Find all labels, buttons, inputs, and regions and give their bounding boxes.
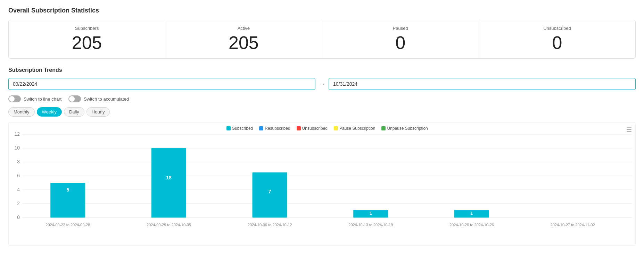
legend-pause: Pause Subscription: [334, 126, 375, 131]
line-chart-label: Switch to line chart: [24, 96, 61, 102]
date-to-input[interactable]: [329, 78, 636, 90]
svg-text:12: 12: [14, 131, 20, 137]
period-weekly[interactable]: Weekly: [37, 107, 62, 117]
period-monthly[interactable]: Monthly: [8, 107, 35, 117]
svg-text:7: 7: [269, 189, 271, 194]
chart-section: ☰ Subscribed Resubscribed Unsubscribed P…: [8, 122, 636, 246]
active-label: Active: [172, 26, 315, 31]
unsubscribed-value: 0: [486, 33, 628, 53]
svg-text:2024-10-13 to 2024-10-19: 2024-10-13 to 2024-10-19: [348, 223, 393, 227]
period-buttons: Monthly Weekly Daily Hourly: [8, 107, 636, 117]
subscribers-label: Subscribers: [16, 26, 158, 31]
arrow-icon: →: [319, 80, 325, 88]
unsubscribed-label: Unsubscribed: [486, 26, 628, 31]
legend-label-pause: Pause Subscription: [339, 126, 375, 131]
svg-text:2024-10-20 to 2024-10-26: 2024-10-20 to 2024-10-26: [449, 223, 494, 227]
legend-dot-pause: [334, 126, 338, 130]
accumulated-toggle-group: Switch to accumulated: [68, 95, 129, 102]
svg-text:18: 18: [166, 175, 172, 180]
period-hourly[interactable]: Hourly: [86, 107, 110, 117]
active-value: 205: [172, 33, 315, 53]
chart-svg: 0 2 4 6 8 10 12 5 2024-09-22 to 2024-09-…: [23, 134, 632, 231]
legend-label-resubscribed: Resubscribed: [265, 126, 290, 131]
paused-label: Paused: [329, 26, 472, 31]
legend-dot-resubscribed: [259, 126, 263, 130]
legend-dot-subscribed: [226, 126, 231, 130]
legend-resubscribed: Resubscribed: [259, 126, 290, 131]
page-title: Overall Subscription Statistics: [8, 7, 636, 14]
stat-unsubscribed: Unsubscribed 0: [479, 20, 635, 58]
stats-card: Subscribers 205 Active 205 Paused 0 Unsu…: [8, 20, 636, 59]
legend-dot-unpause: [381, 126, 386, 130]
period-daily[interactable]: Daily: [64, 107, 84, 117]
date-range-row: →: [8, 78, 636, 90]
svg-text:1: 1: [370, 211, 372, 216]
svg-text:2024-09-29 to 2024-10-05: 2024-09-29 to 2024-10-05: [147, 223, 191, 227]
svg-text:0: 0: [17, 214, 20, 220]
legend-dot-unsubscribed: [297, 126, 301, 130]
stat-subscribers: Subscribers 205: [9, 20, 165, 58]
accumulated-label: Switch to accumulated: [84, 96, 129, 102]
accumulated-toggle[interactable]: [68, 95, 81, 102]
legend-unpause: Unpause Subscription: [381, 126, 428, 131]
legend-label-subscribed: Subscribed: [232, 126, 253, 131]
hamburger-icon[interactable]: ☰: [626, 126, 632, 134]
svg-text:2024-09-22 to 2024-09-28: 2024-09-22 to 2024-09-28: [46, 223, 90, 227]
trends-title: Subscription Trends: [8, 67, 636, 73]
svg-text:2024-10-06 to 2024-10-12: 2024-10-06 to 2024-10-12: [248, 223, 292, 227]
legend-label-unsubscribed: Unsubscribed: [302, 126, 328, 131]
stat-paused: Paused 0: [322, 20, 479, 58]
line-chart-toggle[interactable]: [8, 95, 21, 102]
line-chart-toggle-group: Switch to line chart: [8, 95, 61, 102]
svg-text:1: 1: [471, 211, 473, 216]
svg-text:8: 8: [17, 159, 20, 164]
toggles-row: Switch to line chart Switch to accumulat…: [8, 95, 636, 102]
svg-text:6: 6: [17, 173, 20, 178]
bar-2: [151, 148, 186, 218]
chart-area: 0 2 4 6 8 10 12 5 2024-09-22 to 2024-09-…: [23, 134, 632, 231]
subscribers-value: 205: [16, 33, 158, 53]
svg-text:2024-10-27 to 2024-11-02: 2024-10-27 to 2024-11-02: [551, 223, 595, 227]
svg-text:5: 5: [66, 187, 69, 193]
date-from-input[interactable]: [8, 78, 315, 90]
svg-text:4: 4: [17, 187, 20, 192]
paused-value: 0: [329, 33, 472, 53]
legend-unsubscribed: Unsubscribed: [297, 126, 328, 131]
legend-label-unpause: Unpause Subscription: [387, 126, 428, 131]
bar-3: [253, 172, 287, 218]
stat-active: Active 205: [165, 20, 322, 58]
svg-text:10: 10: [14, 145, 20, 151]
legend-subscribed: Subscribed: [226, 126, 253, 131]
chart-legend: Subscribed Resubscribed Unsubscribed Pau…: [23, 126, 632, 131]
svg-text:2: 2: [17, 201, 20, 206]
